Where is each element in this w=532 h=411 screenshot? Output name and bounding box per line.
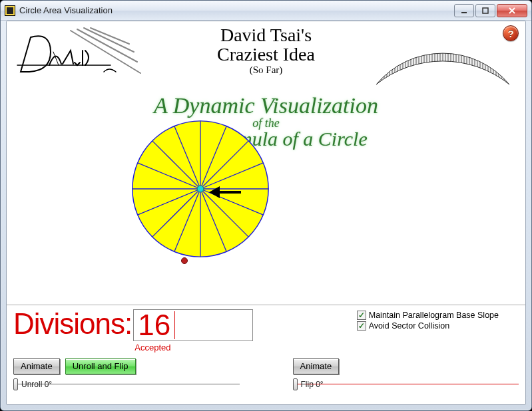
- titlebar[interactable]: Circle Area Visualization: [1, 1, 531, 21]
- center-arrow-icon[interactable]: [208, 184, 242, 200]
- canvas-area: ? David Tsai's Crazie: [7, 21, 525, 305]
- unroll-value: Unroll 0°: [21, 380, 52, 389]
- minimize-button[interactable]: [454, 4, 474, 17]
- option-parallelogram[interactable]: ✓ Maintain Parallelogram Base Slope: [357, 311, 499, 320]
- option-label: Maintain Parallelogram Base Slope: [369, 311, 499, 320]
- slider-thumb[interactable]: [293, 378, 298, 390]
- slider-row: Animate Unroll and Flip Unroll 0° Animat…: [13, 358, 519, 392]
- svg-point-73: [197, 186, 204, 192]
- divisions-status: Accepted: [134, 342, 170, 352]
- svg-rect-1: [483, 8, 488, 13]
- control-panel: Divisions: Accepted ✓ Maintain Parallelo…: [7, 305, 525, 404]
- unroll-and-flip-button[interactable]: Unroll and Flip: [65, 358, 136, 374]
- checkbox-icon: ✓: [357, 311, 366, 320]
- headline-line2: Craziest Idea: [7, 45, 525, 64]
- option-avoid-collision[interactable]: ✓ Avoid Sector Collision: [357, 321, 499, 331]
- close-button[interactable]: [497, 4, 527, 17]
- app-icon: [5, 5, 15, 16]
- svg-marker-75: [209, 186, 220, 198]
- options-group: ✓ Maintain Parallelogram Base Slope ✓ Av…: [357, 311, 519, 331]
- flip-column: Animate Flip 0°: [293, 358, 519, 392]
- slider-thumb[interactable]: [13, 378, 18, 390]
- headline-line1: David Tsai's: [7, 25, 525, 45]
- rotation-handle[interactable]: [181, 257, 188, 264]
- circle-visualization[interactable]: [129, 118, 272, 260]
- divisions-input[interactable]: [133, 309, 253, 341]
- subtitle-line1: A Dynamic Visualization: [7, 94, 525, 117]
- divisions-row: Divisions: Accepted ✓ Maintain Parallelo…: [13, 309, 519, 341]
- text-caret: [174, 311, 175, 339]
- headline: David Tsai's Craziest Idea (So Far): [7, 25, 525, 76]
- maximize-button[interactable]: [475, 4, 495, 17]
- checkbox-icon: ✓: [357, 321, 366, 331]
- headline-sofar: (So Far): [7, 65, 525, 76]
- flip-slider[interactable]: Flip 0°: [293, 377, 519, 392]
- unroll-slider[interactable]: Unroll 0°: [13, 377, 240, 392]
- window-buttons: [454, 4, 527, 17]
- app-window: Circle Area Visualization: [0, 0, 532, 411]
- divisions-input-wrap: Accepted: [133, 309, 253, 341]
- animate-flip-button[interactable]: Animate: [293, 358, 340, 374]
- client-area: ? David Tsai's Crazie: [6, 21, 526, 405]
- window-title: Circle Area Visualization: [19, 5, 454, 15]
- animate-unroll-button[interactable]: Animate: [13, 358, 60, 374]
- unroll-column: Animate Unroll and Flip Unroll 0°: [13, 358, 240, 392]
- divisions-label: Divisions:: [13, 309, 132, 339]
- option-label: Avoid Sector Collision: [369, 321, 449, 331]
- flip-value: Flip 0°: [301, 380, 324, 389]
